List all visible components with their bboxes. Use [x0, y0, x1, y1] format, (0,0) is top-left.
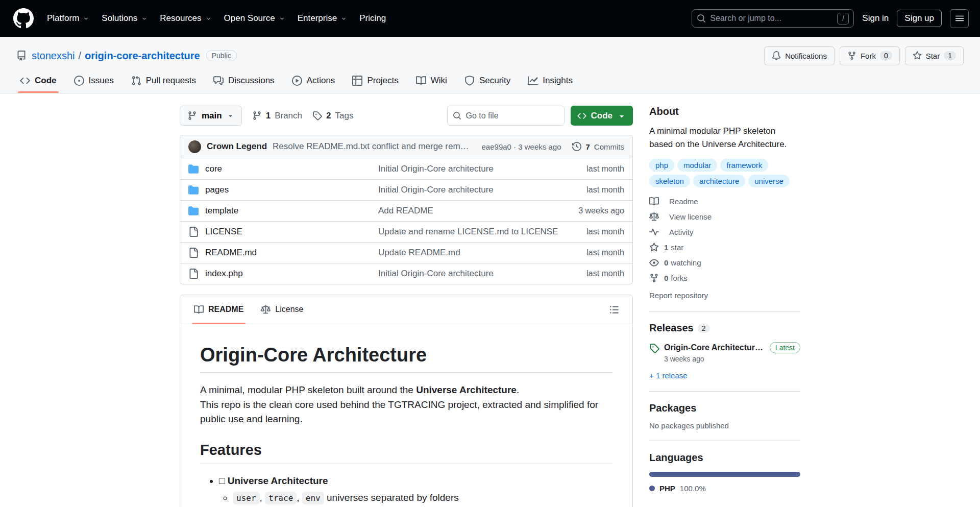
repo-header: stonexshi / origin-core-architecture Pub…	[0, 37, 980, 93]
file-commit-date: last month	[586, 269, 624, 278]
commit-message[interactable]: Resolve README.md.txt conflict and merge…	[273, 141, 473, 152]
repo-name-link[interactable]: origin-core-architecture	[85, 50, 200, 62]
forks-link[interactable]: 0forks	[649, 273, 800, 283]
go-to-file-input[interactable]	[447, 106, 565, 126]
readme-panel: README License Origin-Core Architecture …	[180, 295, 633, 507]
repo-actions: Notifications Fork 0 Star 1	[764, 46, 964, 65]
tab-issues[interactable]: Issues	[65, 68, 122, 93]
header-menu-button[interactable]	[950, 9, 969, 28]
topic-pill[interactable]: universe	[748, 175, 790, 187]
eye-icon	[649, 258, 659, 268]
outline-button[interactable]	[605, 300, 623, 319]
branches-link[interactable]: 1Branch	[252, 111, 302, 121]
packages-empty-text: No packages published	[649, 421, 800, 430]
commit-author[interactable]: Crown Legend	[207, 141, 267, 152]
tab-license[interactable]: License	[252, 295, 312, 324]
star-icon	[649, 243, 659, 252]
main-nav: Platform Solutions Resources Open Source…	[41, 9, 392, 28]
nav-enterprise[interactable]: Enterprise	[291, 9, 353, 28]
file-name-link[interactable]: LICENSE	[205, 227, 242, 237]
more-releases-link[interactable]: + 1 release	[649, 371, 688, 380]
view-license-link[interactable]: View license	[649, 212, 800, 222]
tab-actions[interactable]: Actions	[283, 68, 344, 93]
nav-solutions[interactable]: Solutions	[95, 9, 154, 28]
github-logo[interactable]	[13, 8, 34, 29]
stars-link[interactable]: 1star	[649, 243, 800, 252]
release-name[interactable]: Origin-Core Architecture — v1…	[664, 343, 765, 352]
topic-pill[interactable]: modular	[677, 159, 717, 172]
latest-release[interactable]: Origin-Core Architecture — v1… Latest	[649, 342, 800, 353]
code-dropdown-button[interactable]: Code	[571, 106, 633, 126]
releases-section: Releases 2 Origin-Core Architecture — v1…	[649, 322, 800, 392]
readme-link[interactable]: Readme	[649, 197, 800, 206]
file-commit-message[interactable]: Initial Origin-Core architecture	[378, 269, 578, 279]
list-icon	[609, 305, 619, 315]
file-commit-message[interactable]: Update and rename LICENSE.md to LICENSE	[378, 227, 578, 237]
table-row: pages Initial Origin-Core architecture l…	[180, 179, 632, 200]
file-commit-message[interactable]: Add README	[378, 206, 570, 216]
header-right: Search or jump to... / Sign in Sign up	[692, 9, 969, 28]
book-icon	[416, 76, 426, 86]
code-icon	[577, 111, 586, 120]
repo-icon	[16, 51, 27, 61]
sign-in-link[interactable]: Sign in	[862, 13, 889, 23]
tags-link[interactable]: 2Tags	[312, 111, 353, 121]
owner-link[interactable]: stonexshi	[32, 50, 75, 62]
tab-readme[interactable]: README	[185, 295, 252, 324]
nav-open-source[interactable]: Open Source	[218, 9, 291, 28]
search-icon	[697, 14, 706, 23]
language-item[interactable]: PHP 100.0%	[649, 484, 800, 493]
folder-icon	[188, 164, 199, 174]
graph-icon	[528, 76, 538, 86]
tab-discussions[interactable]: Discussions	[205, 68, 283, 93]
file-commit-message[interactable]: Update README.md	[378, 248, 578, 258]
branch-selector[interactable]: main	[180, 106, 242, 126]
tab-security[interactable]: Security	[456, 68, 519, 93]
topic-pill[interactable]: php	[649, 159, 674, 172]
chevron-down-icon	[340, 15, 347, 22]
file-commit-message[interactable]: Initial Origin-Core architecture	[378, 164, 578, 174]
global-search-input[interactable]: Search or jump to... /	[692, 9, 854, 28]
tab-pull-requests[interactable]: Pull requests	[122, 68, 205, 93]
code-icon	[20, 76, 30, 86]
tag-icon	[649, 343, 659, 353]
chevron-down-icon	[279, 15, 285, 22]
file-commit-date: 3 weeks ago	[578, 206, 624, 215]
commit-history-link[interactable]: 7Commits	[572, 142, 624, 151]
file-name-link[interactable]: core	[205, 164, 222, 174]
nav-platform[interactable]: Platform	[41, 9, 95, 28]
fork-button[interactable]: Fork 0	[840, 46, 900, 65]
file-commit-date: last month	[586, 164, 624, 174]
law-icon	[649, 212, 659, 222]
book-icon	[194, 305, 204, 315]
sign-up-button[interactable]: Sign up	[897, 10, 942, 27]
watching-link[interactable]: 0watching	[649, 258, 800, 268]
tab-code[interactable]: Code	[11, 68, 65, 93]
notifications-button[interactable]: Notifications	[764, 46, 835, 65]
topic-pill[interactable]: architecture	[693, 175, 745, 187]
topic-pill[interactable]: skeleton	[649, 175, 690, 187]
file-name-link[interactable]: pages	[205, 185, 229, 195]
nav-resources[interactable]: Resources	[154, 9, 217, 28]
repo-tab-bar: Code Issues Pull requests Discussions Ac…	[0, 68, 980, 93]
file-name-link[interactable]: template	[205, 206, 238, 216]
activity-link[interactable]: Activity	[649, 227, 800, 237]
file-name-link[interactable]: README.md	[205, 248, 257, 258]
languages-heading: Languages	[649, 452, 800, 464]
commit-sha-time[interactable]: eae99a0 · 3 weeks ago	[482, 142, 561, 151]
file-name-link[interactable]: index.php	[205, 269, 243, 279]
discussion-icon	[213, 76, 224, 86]
file-commit-message[interactable]: Initial Origin-Core architecture	[378, 185, 578, 195]
nav-pricing[interactable]: Pricing	[353, 9, 392, 28]
commit-meta: eae99a0 · 3 weeks ago 7Commits	[474, 142, 624, 151]
tab-insights[interactable]: Insights	[519, 68, 581, 93]
avatar[interactable]	[188, 140, 201, 153]
law-icon	[261, 305, 271, 315]
file-toolbar: main 1Branch 2Tags Code	[180, 106, 633, 126]
releases-heading[interactable]: Releases	[649, 322, 694, 334]
topic-pill[interactable]: framework	[720, 159, 768, 172]
tab-wiki[interactable]: Wiki	[407, 68, 456, 93]
report-repository-link[interactable]: Report repository	[649, 291, 708, 300]
star-button[interactable]: Star 1	[905, 46, 964, 65]
tab-projects[interactable]: Projects	[344, 68, 407, 93]
